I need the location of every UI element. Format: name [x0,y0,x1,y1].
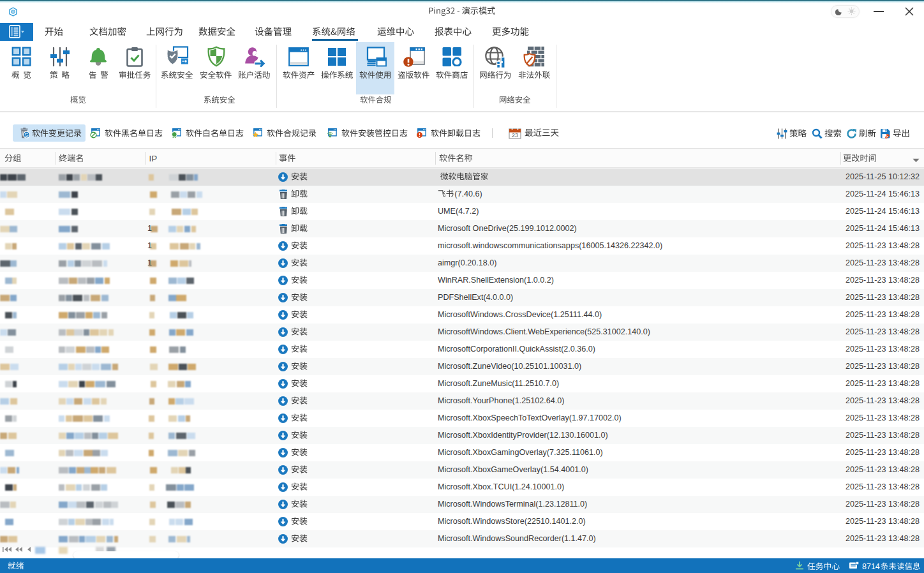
svg-text:23: 23 [512,132,518,138]
